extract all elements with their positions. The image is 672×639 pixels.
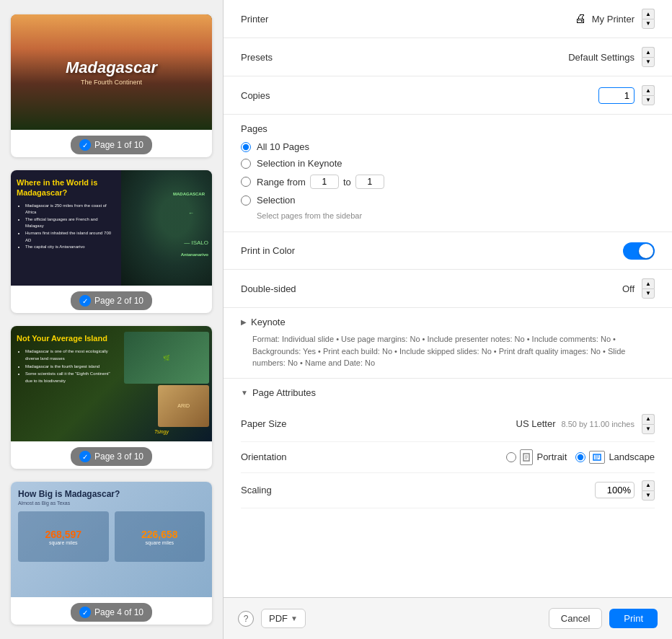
scaling-value[interactable]: ▲ ▼ xyxy=(595,480,655,501)
slide-item-2[interactable]: Where in the World is Madagascar? Madaga… xyxy=(11,170,212,313)
slide-3-img2: ARID xyxy=(158,385,209,427)
slide-item-1[interactable]: Madagascar The Fourth Continent ✓ Page 1… xyxy=(11,14,212,157)
keynote-header[interactable]: ▶ Keynote xyxy=(241,317,655,327)
slide-4-num1: 268,597 xyxy=(45,529,81,540)
slide-panel: Madagascar The Fourth Continent ✓ Page 1… xyxy=(0,0,224,639)
slide-1-subtitle: The Fourth Continent xyxy=(81,79,142,86)
copies-input[interactable] xyxy=(598,87,635,104)
pdf-label: PDF xyxy=(269,613,288,624)
pages-section: Pages All 10 Pages Selection in Keynote … xyxy=(224,115,672,232)
slide-2-arrow1: ← xyxy=(188,210,194,216)
presets-up[interactable]: ▲ xyxy=(642,47,655,57)
pages-label: Pages xyxy=(241,123,655,134)
copies-stepper[interactable]: ▲ ▼ xyxy=(642,85,655,105)
range-from-input[interactable] xyxy=(310,175,339,189)
portrait-label: Portrait xyxy=(536,451,567,462)
paper-size-stepper[interactable]: ▲ ▼ xyxy=(642,414,655,434)
paper-size-row: Paper Size US Letter 8.50 by 11.00 inche… xyxy=(241,407,655,442)
presets-name: Default Settings xyxy=(568,52,635,63)
slide-4-check: ✓ xyxy=(79,607,91,618)
printer-stepper[interactable]: ▲ ▼ xyxy=(642,9,655,29)
color-value[interactable] xyxy=(623,242,655,260)
pages-range-radio[interactable] xyxy=(241,177,251,187)
double-sided-down[interactable]: ▼ xyxy=(642,288,655,299)
page-attributes-section: ▼ Page Attributes Paper Size US Letter 8… xyxy=(224,379,672,517)
range-from-label: Range from xyxy=(257,177,306,188)
scaling-input[interactable] xyxy=(595,482,635,498)
double-sided-stepper[interactable]: ▲ ▼ xyxy=(642,278,655,299)
scaling-label: Scaling xyxy=(241,485,335,495)
slide-3-bullets: Madagascar is one of the most ecological… xyxy=(17,348,115,384)
slide-preview-4: How Big is Madagascar? Almost as Big as … xyxy=(11,482,212,597)
keynote-section: ▶ Keynote Format: Individual slide • Use… xyxy=(224,308,672,379)
pdf-chevron-icon: ▼ xyxy=(291,614,298,622)
print-button[interactable]: Print xyxy=(609,609,658,628)
slide-2-map-label2: Antananarivo xyxy=(181,252,208,257)
cancel-label: Cancel xyxy=(561,613,590,624)
help-button[interactable]: ? xyxy=(238,611,254,627)
copies-down[interactable]: ▼ xyxy=(642,95,655,105)
color-label: Print in Color xyxy=(241,245,327,256)
printer-up[interactable]: ▲ xyxy=(642,9,655,19)
presets-down[interactable]: ▼ xyxy=(642,57,655,67)
portrait-option[interactable]: Portrait xyxy=(506,449,567,465)
presets-value[interactable]: Default Settings ▲ ▼ xyxy=(568,47,655,67)
printer-down[interactable]: ▼ xyxy=(642,19,655,29)
printer-value[interactable]: 🖨 My Printer ▲ ▼ xyxy=(575,9,655,29)
portrait-icon xyxy=(520,449,533,465)
pdf-dropdown[interactable]: PDF ▼ xyxy=(261,609,306,628)
paper-size-dims: 8.50 by 11.00 inches xyxy=(561,420,635,428)
page-attributes-label: Page Attributes xyxy=(252,387,316,398)
slide-item-3[interactable]: Not Your Average Island Madagascar is on… xyxy=(11,326,212,469)
slide-4-text: Page 4 of 10 xyxy=(94,607,143,617)
landscape-radio[interactable] xyxy=(575,452,585,462)
slide-2-title: Where in the World is Madagascar? xyxy=(17,177,115,198)
cancel-button[interactable]: Cancel xyxy=(549,608,602,629)
keynote-chevron: ▶ xyxy=(241,318,247,326)
page-attributes-header[interactable]: ▼ Page Attributes xyxy=(241,387,655,398)
range-to-label: to xyxy=(343,177,351,188)
double-sided-label: Double-sided xyxy=(241,283,327,294)
help-label: ? xyxy=(244,614,249,624)
pages-selection-row[interactable]: Selection xyxy=(241,195,655,206)
slide-preview-3: Not Your Average Island Madagascar is on… xyxy=(11,326,212,441)
pages-selection-keynote-radio[interactable] xyxy=(241,159,251,169)
slide-item-4[interactable]: How Big is Madagascar? Almost as Big as … xyxy=(11,482,212,625)
copies-value[interactable]: ▲ ▼ xyxy=(598,85,655,105)
slide-4-title: How Big is Madagascar? xyxy=(18,489,205,499)
portrait-radio[interactable] xyxy=(506,452,516,462)
slide-3-label: Tsingy xyxy=(154,429,169,434)
landscape-label: Landscape xyxy=(609,451,655,462)
slide-4-subtitle: Almost as Big as Texas xyxy=(18,501,205,506)
scaling-up[interactable]: ▲ xyxy=(642,480,655,490)
scaling-down[interactable]: ▼ xyxy=(642,490,655,501)
color-toggle[interactable] xyxy=(623,242,655,260)
printer-icon: 🖨 xyxy=(575,12,586,25)
range-to-input[interactable] xyxy=(355,175,384,189)
double-sided-up[interactable]: ▲ xyxy=(642,278,655,288)
paper-size-up[interactable]: ▲ xyxy=(642,414,655,424)
slide-4-unit2: square miles xyxy=(145,540,174,545)
double-sided-row: Double-sided Off ▲ ▼ xyxy=(224,270,672,308)
double-sided-value[interactable]: Off ▲ ▼ xyxy=(622,278,655,299)
pages-range-row[interactable]: Range from to xyxy=(241,175,655,189)
slide-2-bullets: Madagascar is 250 miles from the coast o… xyxy=(17,203,115,251)
pages-all-row[interactable]: All 10 Pages xyxy=(241,141,655,152)
pages-selection-radio[interactable] xyxy=(241,195,251,206)
print-settings-panel: Printer 🖨 My Printer ▲ ▼ Presets Default… xyxy=(224,0,672,597)
presets-row: Presets Default Settings ▲ ▼ xyxy=(224,38,672,76)
slide-3-img1: 🌿 xyxy=(124,332,209,384)
paper-size-value[interactable]: US Letter 8.50 by 11.00 inches ▲ ▼ xyxy=(516,414,655,434)
page-attr-chevron: ▼ xyxy=(241,389,248,397)
copies-up[interactable]: ▲ xyxy=(642,85,655,95)
pages-selection-keynote-row[interactable]: Selection in Keynote xyxy=(241,158,655,169)
scaling-stepper[interactable]: ▲ ▼ xyxy=(642,480,655,501)
slide-4-unit1: square miles xyxy=(49,540,78,545)
paper-size-down[interactable]: ▼ xyxy=(642,424,655,434)
pages-all-radio[interactable] xyxy=(241,142,251,152)
double-sided-text: Off xyxy=(622,283,635,294)
slide-preview-1: Madagascar The Fourth Continent xyxy=(11,14,212,130)
keynote-content: Format: Individual slide • Use page marg… xyxy=(241,333,655,369)
presets-stepper[interactable]: ▲ ▼ xyxy=(642,47,655,67)
landscape-option[interactable]: Landscape xyxy=(575,451,655,464)
